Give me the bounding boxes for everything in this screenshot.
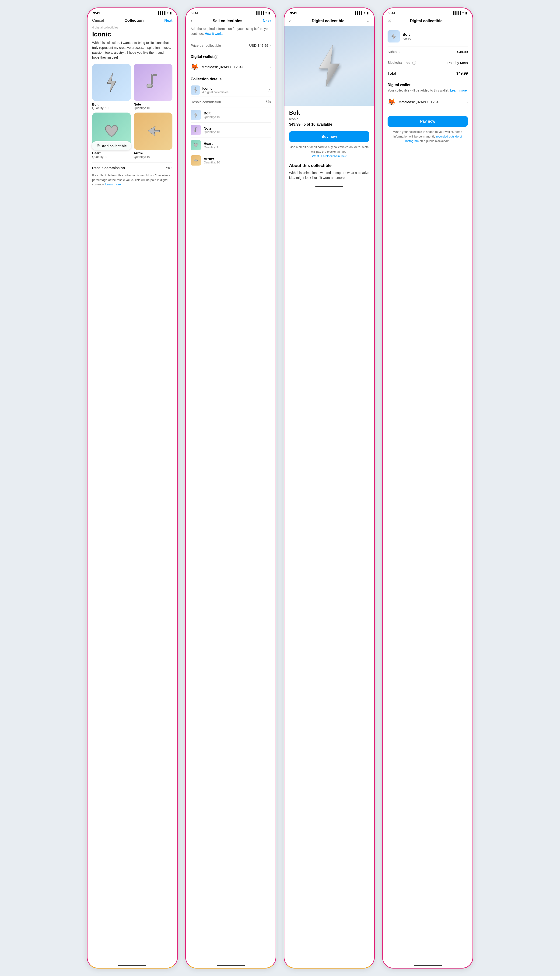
wifi-icon-4: ⇡ xyxy=(462,11,464,15)
battery-icon-3: ▮ xyxy=(367,11,368,15)
home-bar-3 xyxy=(315,186,343,187)
status-bar-1: 9:41 ▐▐▐▐ ⇡ ▮ xyxy=(88,8,177,16)
nav-bar-4: ✕ Digital collectible xyxy=(383,16,472,27)
resale-row[interactable]: Resale commission 5% › xyxy=(92,162,172,173)
home-indicator-1 xyxy=(88,963,177,968)
collection-collapse-icon[interactable]: ∧ xyxy=(268,88,271,92)
purchase-collection: Iconic xyxy=(402,37,411,40)
list-arrow-thumb xyxy=(191,155,201,165)
wallet-chevron-icon: › xyxy=(270,65,271,69)
product-price: $49.99 · 5 of 10 available xyxy=(289,122,369,127)
coll-sub: 4 digital collectibles xyxy=(202,90,228,94)
cancel-button[interactable]: Cancel xyxy=(92,18,104,23)
status-bar-3: 9:41 ▐▐▐▐ ⇡ ▮ xyxy=(285,8,374,16)
wallet-row-4[interactable]: 🦊 MetaMask (0xABC...1234) › xyxy=(388,96,468,109)
nav-bar-1: Cancel Collection Next xyxy=(88,16,177,26)
resale-note: If a collectible from this collection is… xyxy=(92,173,172,191)
price-row[interactable]: Price per collectible USD $49.99 › xyxy=(191,40,271,51)
back-button-3[interactable]: ‹ xyxy=(289,18,291,23)
wallet-section-title: Digital wallet i xyxy=(191,55,271,59)
signal-icon-2: ▐▐▐▐ xyxy=(255,11,264,15)
collectible-heart: ⊕ Add collectible Heart Quantity: 1 xyxy=(92,112,131,159)
resale-comm-pct: 5% xyxy=(265,100,271,104)
status-icons-1: ▐▐▐▐ ⇡ ▮ xyxy=(157,11,172,15)
product-title: Bolt xyxy=(289,110,369,116)
signal-icon-3: ▐▐▐▐ xyxy=(354,11,362,15)
collection-detail-header[interactable]: Iconic 4 digital collectibles ∧ xyxy=(191,83,271,97)
wallet-row[interactable]: 🦊 MetaMask (0xABC...1234) › xyxy=(191,61,271,74)
nav-title-3: Digital collectible xyxy=(312,19,344,23)
next-button-2[interactable]: Next xyxy=(263,19,271,23)
back-button-2[interactable]: ‹ xyxy=(191,18,192,23)
wallet-info-icon[interactable]: i xyxy=(215,55,218,59)
total-value: $49.99 xyxy=(457,72,468,76)
heart-name: Heart xyxy=(92,151,131,155)
sell-content: Add the required information for your li… xyxy=(186,27,275,963)
add-collectible-button[interactable]: ⊕ Add collectible xyxy=(92,141,132,150)
status-icons-2: ▐▐▐▐ ⇡ ▮ xyxy=(255,11,270,15)
note-qty: Quantity: 10 xyxy=(134,106,172,110)
dw-subtitle: Your collectible will be added to this w… xyxy=(388,88,468,93)
list-heart: Heart Quantity: 1 xyxy=(191,138,271,153)
purchase-content: Bolt Iconic Subtotal $49.99 Blockchain f… xyxy=(383,27,472,963)
how-it-works-link[interactable]: How it works xyxy=(205,32,223,35)
resale-pct: 5% xyxy=(166,166,170,170)
learn-more-link[interactable]: Learn more xyxy=(105,182,121,186)
home-bar-1 xyxy=(118,965,146,966)
status-bar-2: 9:41 ▐▐▐▐ ⇡ ▮ xyxy=(186,8,275,16)
home-bar-2 xyxy=(217,965,245,966)
time-1: 9:41 xyxy=(93,11,100,15)
bolt-hero-image xyxy=(285,27,374,106)
resale-comm-label: Resale commission xyxy=(191,100,221,104)
about-title: About this collectible xyxy=(289,163,369,168)
resale-commission-row: Resale commission 5% xyxy=(191,97,271,107)
collectibles-grid: Bolt Quantity: 10 Note Quantity: 10 xyxy=(92,64,172,159)
wallet-name-4: MetaMask (0xABC...1234) xyxy=(398,100,464,104)
list-bolt-thumb xyxy=(191,110,201,120)
arrow-qty: Quantity: 10 xyxy=(134,155,172,159)
next-button-1[interactable]: Next xyxy=(164,18,172,23)
metamask-icon-4: 🦊 xyxy=(388,98,396,106)
price-chevron-icon: › xyxy=(270,43,271,47)
more-options-button[interactable]: ··· xyxy=(365,18,369,23)
wallet-chevron-icon-4: › xyxy=(467,100,468,104)
status-icons-3: ▐▐▐▐ ⇡ ▮ xyxy=(354,11,368,15)
svg-marker-17 xyxy=(194,159,197,162)
dw-title: Digital wallet xyxy=(388,83,468,87)
resale-chevron-icon: › xyxy=(171,166,172,170)
collection-meta: 4 digital collectibles xyxy=(92,26,172,29)
wifi-icon-3: ⇡ xyxy=(363,11,366,15)
blockchain-fee-info-icon[interactable]: i xyxy=(412,61,416,65)
list-note-info: Note Quantity: 10 xyxy=(204,126,220,134)
wallet-learn-more-link[interactable]: Learn more xyxy=(450,89,467,92)
collection-title: Iconic xyxy=(92,30,172,38)
status-bar-4: 9:41 ▐▐▐▐ ⇡ ▮ xyxy=(383,8,472,16)
collectible-note: Note Quantity: 10 xyxy=(134,64,172,110)
time-2: 9:41 xyxy=(192,11,198,15)
list-arrow-name: Arrow xyxy=(204,157,220,160)
bolt-image xyxy=(92,64,131,101)
signal-icon-4: ▐▐▐▐ xyxy=(452,11,461,15)
svg-marker-9 xyxy=(194,87,197,93)
metamask-icon: 🦊 xyxy=(191,63,199,71)
time-4: 9:41 xyxy=(388,11,395,15)
arrow-name: Arrow xyxy=(134,151,172,155)
home-indicator-2 xyxy=(186,963,275,968)
pay-now-button[interactable]: Pay now xyxy=(388,116,468,127)
battery-icon-4: ▮ xyxy=(465,11,467,15)
note-image xyxy=(134,64,172,101)
blockchain-fee-link[interactable]: What is a blockchain fee? xyxy=(312,154,347,158)
purchase-bolt-thumb xyxy=(388,30,400,42)
buy-now-button[interactable]: Buy now xyxy=(289,131,369,142)
collectible-bolt: Bolt Quantity: 10 xyxy=(92,64,131,110)
list-arrow-qty: Quantity: 10 xyxy=(204,160,220,164)
close-button[interactable]: ✕ xyxy=(388,18,392,24)
product-info: Bolt Iconic $49.99 · 5 of 10 available B… xyxy=(285,106,374,184)
home-indicator-3 xyxy=(285,184,374,189)
list-note-name: Note xyxy=(204,126,220,130)
purchase-name: Bolt xyxy=(402,32,411,37)
svg-rect-2 xyxy=(151,74,153,85)
collection-content: 4 digital collectibles Iconic With this … xyxy=(88,26,177,963)
nav-title-1: Collection xyxy=(124,18,143,23)
collection-thumb xyxy=(191,85,200,95)
